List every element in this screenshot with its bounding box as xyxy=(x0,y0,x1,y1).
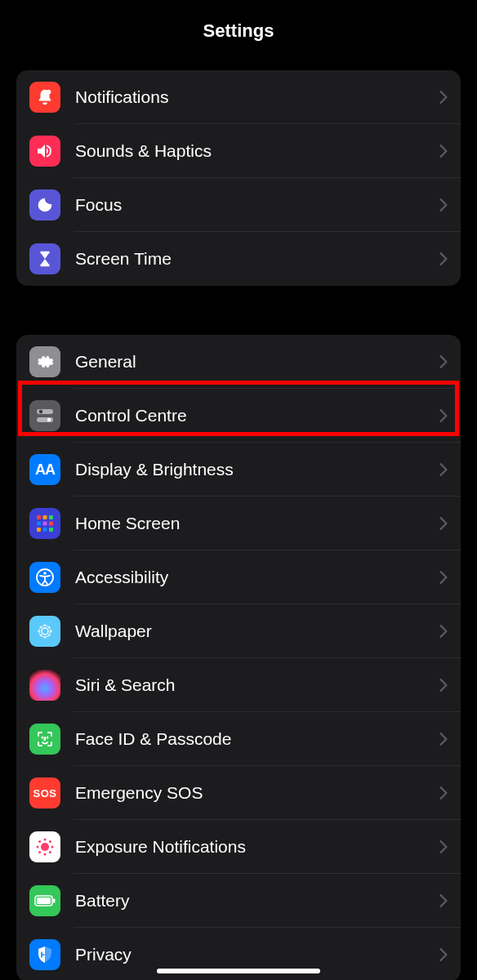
svg-rect-31 xyxy=(53,899,56,903)
svg-point-18 xyxy=(42,737,43,738)
chevron-right-icon xyxy=(439,948,448,961)
settings-section-1: Notifications Sounds & Haptics Focus xyxy=(16,70,461,286)
row-sounds-haptics[interactable]: Sounds & Haptics xyxy=(16,124,461,178)
svg-rect-11 xyxy=(37,528,41,532)
svg-rect-6 xyxy=(43,515,47,519)
header: Settings xyxy=(0,0,477,62)
row-label: Privacy xyxy=(75,945,439,964)
row-label: Sounds & Haptics xyxy=(75,141,439,161)
chevron-right-icon xyxy=(439,91,448,104)
chevron-right-icon xyxy=(439,894,448,907)
row-focus[interactable]: Focus xyxy=(16,178,461,232)
page-title: Settings xyxy=(203,20,274,42)
row-accessibility[interactable]: Accessibility xyxy=(16,550,461,604)
row-general[interactable]: General xyxy=(16,335,461,389)
sos-icon: SOS xyxy=(29,777,60,808)
svg-point-28 xyxy=(49,851,51,853)
svg-point-19 xyxy=(47,737,48,738)
chevron-right-icon xyxy=(439,786,448,800)
svg-point-22 xyxy=(44,853,47,856)
svg-point-15 xyxy=(43,572,47,575)
row-label: Battery xyxy=(75,891,439,911)
row-display-brightness[interactable]: AA Display & Brightness xyxy=(16,443,461,497)
row-screen-time[interactable]: Screen Time xyxy=(16,232,461,286)
svg-rect-8 xyxy=(37,522,41,526)
chevron-right-icon xyxy=(439,355,448,368)
svg-rect-5 xyxy=(37,515,41,519)
svg-point-27 xyxy=(38,851,41,853)
row-label: Focus xyxy=(75,195,439,215)
svg-point-23 xyxy=(37,846,39,849)
row-label: Emergency SOS xyxy=(75,783,439,803)
chevron-right-icon xyxy=(439,679,448,692)
row-label: Home Screen xyxy=(75,514,439,533)
svg-point-2 xyxy=(39,410,42,413)
chevron-right-icon xyxy=(439,198,448,212)
face-id-icon xyxy=(29,724,60,755)
display-brightness-icon: AA xyxy=(29,454,60,485)
svg-point-16 xyxy=(42,628,48,635)
svg-rect-12 xyxy=(43,528,47,532)
siri-icon xyxy=(29,670,60,701)
row-label: Wallpaper xyxy=(75,621,439,641)
svg-point-21 xyxy=(44,839,47,841)
row-label: Notifications xyxy=(75,87,439,107)
svg-rect-9 xyxy=(43,522,47,526)
chevron-right-icon xyxy=(439,625,448,638)
row-label: Display & Brightness xyxy=(75,460,439,479)
wallpaper-icon xyxy=(29,616,60,647)
row-label: Face ID & Passcode xyxy=(75,729,439,749)
chevron-right-icon xyxy=(439,463,448,476)
notifications-icon xyxy=(29,82,60,113)
general-icon xyxy=(29,346,60,377)
row-wallpaper[interactable]: Wallpaper xyxy=(16,604,461,658)
privacy-icon xyxy=(29,939,60,970)
sounds-icon xyxy=(29,136,60,167)
svg-rect-30 xyxy=(37,898,51,904)
row-face-id-passcode[interactable]: Face ID & Passcode xyxy=(16,712,461,766)
exposure-notifications-icon xyxy=(29,831,60,862)
row-label: Exposure Notifications xyxy=(75,837,439,857)
svg-point-0 xyxy=(47,90,51,95)
chevron-right-icon xyxy=(439,517,448,530)
chevron-right-icon xyxy=(439,840,448,853)
svg-rect-10 xyxy=(49,522,53,526)
svg-point-25 xyxy=(38,840,41,843)
row-label: Siri & Search xyxy=(75,675,439,695)
settings-section-2: General Control Centre AA Display & Brig… xyxy=(16,335,461,980)
chevron-right-icon xyxy=(439,571,448,584)
row-emergency-sos[interactable]: SOS Emergency SOS xyxy=(16,766,461,820)
row-exposure-notifications[interactable]: Exposure Notifications xyxy=(16,820,461,874)
row-label: General xyxy=(75,352,439,372)
home-indicator[interactable] xyxy=(157,969,320,973)
row-control-centre[interactable]: Control Centre xyxy=(16,389,461,443)
home-screen-icon xyxy=(29,508,60,539)
row-label: Accessibility xyxy=(75,568,439,587)
sos-text: SOS xyxy=(33,787,57,800)
svg-point-4 xyxy=(47,418,51,421)
aa-text: AA xyxy=(35,461,55,479)
row-label: Control Centre xyxy=(75,406,439,425)
settings-content: Notifications Sounds & Haptics Focus xyxy=(0,70,477,980)
svg-rect-13 xyxy=(49,528,53,532)
accessibility-icon xyxy=(29,562,60,593)
focus-icon xyxy=(29,189,60,220)
row-notifications[interactable]: Notifications xyxy=(16,70,461,124)
svg-rect-7 xyxy=(49,515,53,519)
row-home-screen[interactable]: Home Screen xyxy=(16,497,461,550)
chevron-right-icon xyxy=(439,252,448,265)
chevron-right-icon xyxy=(439,145,448,158)
battery-icon xyxy=(29,885,60,916)
svg-point-20 xyxy=(41,843,49,851)
svg-point-24 xyxy=(51,846,54,849)
row-label: Screen Time xyxy=(75,249,439,269)
chevron-right-icon xyxy=(439,733,448,746)
chevron-right-icon xyxy=(439,409,448,422)
control-centre-icon xyxy=(29,400,60,431)
screen-time-icon xyxy=(29,243,60,274)
row-siri-search[interactable]: Siri & Search xyxy=(16,658,461,712)
svg-point-26 xyxy=(49,840,51,843)
row-battery[interactable]: Battery xyxy=(16,874,461,928)
